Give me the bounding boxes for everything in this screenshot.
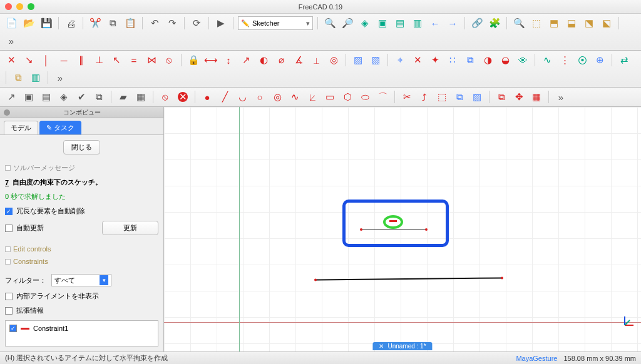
constraint-tangent-icon[interactable]: ↖ xyxy=(109,53,124,68)
rect-array-icon[interactable]: ▦ xyxy=(133,89,148,104)
move-icon[interactable]: ✥ xyxy=(511,89,526,104)
update-button[interactable]: 更新 xyxy=(102,221,158,235)
merge-sketch-icon[interactable]: ⧉ xyxy=(91,89,106,104)
constraint-lock-icon[interactable]: 🔒 xyxy=(186,53,201,68)
cursor-icon[interactable]: ▶ xyxy=(213,16,228,31)
rect-array2-icon[interactable]: ▦ xyxy=(529,89,544,104)
constraint-equal-icon[interactable]: = xyxy=(126,53,141,68)
workbench-selector[interactable]: ✏️ Sketcher ▾ xyxy=(238,16,313,30)
constraint-length-icon[interactable]: ↗ xyxy=(238,53,254,68)
link-group-icon[interactable]: 🧩 xyxy=(487,16,502,31)
external-geom-icon[interactable]: ⬚ xyxy=(434,89,449,104)
zoom-window-button[interactable] xyxy=(28,3,34,10)
leave-sketch-icon[interactable]: ↗ xyxy=(4,89,19,104)
clone-icon[interactable]: ⧉ xyxy=(494,89,509,104)
toggle-const-icon[interactable]: ▨ xyxy=(469,89,485,104)
constraint-coincident-icon[interactable]: ✕ xyxy=(4,53,19,68)
document-tab[interactable]: ✕ Unnamed : 1* xyxy=(372,342,432,350)
constraint-list-item[interactable]: ✓ Constraint1 xyxy=(8,323,155,333)
copy-icon[interactable]: ⧉ xyxy=(105,16,120,31)
trim-icon[interactable]: ✂ xyxy=(399,89,414,104)
constraint-vertical-icon[interactable]: │ xyxy=(39,53,54,68)
extended-info-row[interactable]: 拡張情報 xyxy=(5,306,158,315)
close-window-button[interactable] xyxy=(5,3,12,10)
new-file-icon[interactable]: 📄 xyxy=(4,16,19,31)
auto-remove-redundant-row[interactable]: ✓ 冗長な要素を自動削除 xyxy=(5,206,158,216)
tab-model[interactable]: モデル xyxy=(4,121,38,134)
nav-right-icon[interactable]: → xyxy=(445,16,460,31)
edit-controls-header[interactable]: Edit controls xyxy=(5,245,158,253)
constraint-symmetric-icon[interactable]: ⋈ xyxy=(144,53,159,68)
link-icon[interactable]: 🔗 xyxy=(469,16,485,31)
constraint-parallel-icon[interactable]: ∥ xyxy=(74,53,89,68)
extend-icon[interactable]: ⤴ xyxy=(417,89,432,104)
right-view-icon[interactable]: ▥ xyxy=(410,16,425,31)
constraint-diameter-icon[interactable]: ⌀ xyxy=(274,53,289,68)
select-conflict-icon[interactable]: ◑ xyxy=(480,53,495,68)
measure-icon[interactable]: 🔍 xyxy=(511,16,526,31)
checkbox-checked-icon[interactable]: ✓ xyxy=(5,208,13,215)
front-view-icon[interactable]: ▣ xyxy=(375,16,390,31)
mirror-icon[interactable]: ▰ xyxy=(116,89,131,104)
toggle-construction-icon[interactable]: ▨ xyxy=(351,53,366,68)
print-icon[interactable]: 🖨 xyxy=(63,16,78,31)
cube-top-icon[interactable]: ⬒ xyxy=(546,16,562,31)
checkbox-icon[interactable] xyxy=(5,293,13,300)
nav-left-icon[interactable]: ← xyxy=(428,16,443,31)
constraint-point-icon[interactable]: ↘ xyxy=(21,53,36,68)
constraint-block-icon[interactable]: ⦸ xyxy=(162,53,177,68)
select-constraints-icon[interactable]: ✦ xyxy=(428,53,443,68)
select-elements-icon[interactable]: ∷ xyxy=(445,53,460,68)
select-redundant-icon[interactable]: ⧉ xyxy=(463,53,478,68)
validate-sketch-icon[interactable]: ✔ xyxy=(74,89,89,104)
carbon-copy-icon[interactable]: ⧉ xyxy=(11,70,26,85)
create-bspline-icon[interactable]: ∿ xyxy=(287,89,302,104)
zoom-fit-icon[interactable]: 🔍 xyxy=(322,16,337,31)
create-arc-icon[interactable]: ◡ xyxy=(235,89,250,104)
navigation-style[interactable]: MayaGesture xyxy=(516,355,557,362)
bspline-knot-icon[interactable]: ⦿ xyxy=(575,53,590,68)
stop-icon[interactable]: ⦸ xyxy=(158,89,173,104)
checkbox-icon[interactable] xyxy=(5,307,13,315)
constraint-internal-icon[interactable]: ◎ xyxy=(326,53,341,68)
open-file-icon[interactable]: 📂 xyxy=(21,16,36,31)
toggle-driving-icon[interactable]: ▧ xyxy=(368,53,383,68)
checkbox-checked-icon[interactable]: ✓ xyxy=(9,325,17,332)
minimize-window-button[interactable] xyxy=(16,3,23,10)
mirror-sketch-icon[interactable]: ▥ xyxy=(28,70,43,85)
cube-right-icon[interactable]: ⬓ xyxy=(564,16,579,31)
select-dof-icon[interactable]: ✕ xyxy=(410,53,425,68)
reorient-sketch-icon[interactable]: ◈ xyxy=(56,89,71,104)
constraints-header[interactable]: Constraints xyxy=(5,258,158,265)
create-rect-icon[interactable]: ▭ xyxy=(322,89,337,104)
refresh-icon[interactable]: ⟳ xyxy=(189,16,204,31)
create-line-icon[interactable]: ╱ xyxy=(217,89,232,104)
undo-icon[interactable]: ↶ xyxy=(147,16,162,31)
zoom-in-icon[interactable]: 🔎 xyxy=(340,16,355,31)
checkbox-icon[interactable] xyxy=(5,225,13,232)
tab-task[interactable]: ✎ タスク xyxy=(39,121,81,134)
select-origin-icon[interactable]: ⌖ xyxy=(392,53,408,68)
overflow-icon[interactable]: » xyxy=(4,33,19,48)
horizontal-constraint-symbol[interactable] xyxy=(389,220,397,222)
cube-back-icon[interactable]: ⬔ xyxy=(582,16,597,31)
filter-select[interactable]: すべて ▾ xyxy=(51,274,111,286)
close-tab-icon[interactable]: ✕ xyxy=(379,343,384,350)
close-button[interactable]: 閉じる xyxy=(63,140,100,154)
delete-icon[interactable]: ✕ xyxy=(175,89,190,104)
virtual-space-icon[interactable]: ⇄ xyxy=(617,53,632,68)
create-polyline-icon[interactable]: ⟀ xyxy=(305,89,320,104)
constraint-radius-icon[interactable]: ◐ xyxy=(256,53,271,68)
cut-icon[interactable]: ✂️ xyxy=(88,16,103,31)
save-file-icon[interactable]: 💾 xyxy=(39,16,54,31)
iso-view-icon[interactable]: ◈ xyxy=(357,16,372,31)
bspline-comb-icon[interactable]: ⋮ xyxy=(557,53,572,68)
window-controls[interactable] xyxy=(5,3,34,10)
hide-internal-row[interactable]: 内部アライメントを非表示 xyxy=(5,291,158,301)
constraint-snell-icon[interactable]: ⟂ xyxy=(309,53,324,68)
bspline-degree-icon[interactable]: ∿ xyxy=(540,53,555,68)
redo-icon[interactable]: ↷ xyxy=(165,16,180,31)
sketch-canvas[interactable]: ✕ Unnamed : 1* xyxy=(164,107,641,351)
top-view-icon[interactable]: ▤ xyxy=(392,16,408,31)
create-slot-icon[interactable]: ⬭ xyxy=(357,89,372,104)
